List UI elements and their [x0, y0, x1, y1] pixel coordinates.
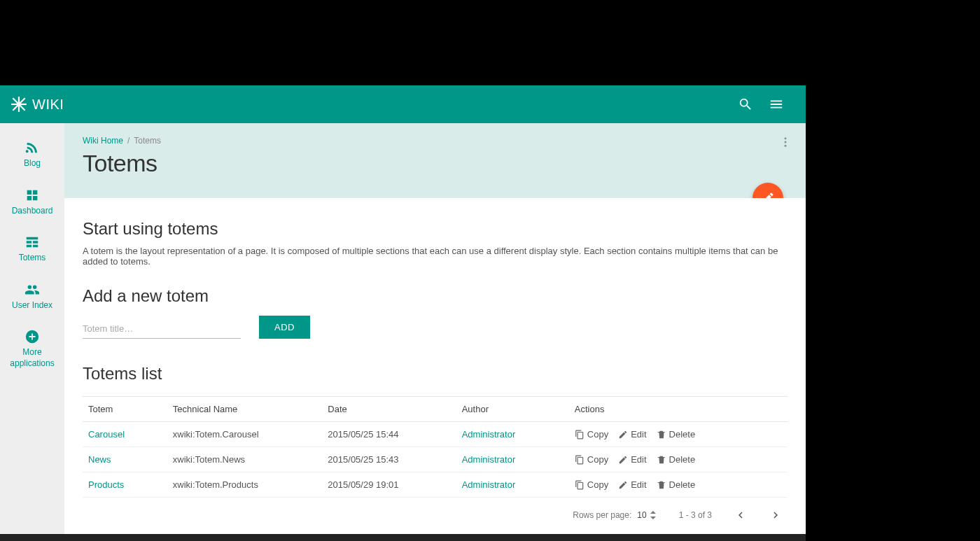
table-row: Newsxwiki:Totem.News2015/05/25 15:43Admi…: [83, 447, 788, 472]
breadcrumb-home[interactable]: Wiki Home: [83, 136, 123, 146]
footer: This wiki is licensed under a Creative C…: [0, 534, 806, 541]
edit-action[interactable]: Edit: [618, 429, 646, 440]
cell-date: 2015/05/25 15:43: [322, 447, 456, 472]
totem-title-input[interactable]: [83, 321, 241, 339]
add-heading: Add a new totem: [83, 286, 788, 306]
xwiki-logo-icon: [10, 95, 28, 113]
sidebar-item-totems[interactable]: Totems: [0, 225, 64, 272]
brand-text: WIKI: [32, 97, 64, 113]
grid-icon: [24, 188, 40, 203]
sidebar-item-blog[interactable]: Blog: [0, 130, 64, 178]
rss-icon: [24, 140, 40, 155]
next-page-button[interactable]: [769, 509, 782, 521]
delete-action[interactable]: Delete: [657, 479, 696, 490]
table-row: Productsxwiki:Totem.Products2015/05/29 1…: [83, 472, 788, 498]
totem-link[interactable]: News: [88, 454, 111, 465]
col-totem: Totem: [83, 397, 167, 422]
sidebar-item-dashboard[interactable]: Dashboard: [0, 178, 64, 225]
delete-action[interactable]: Delete: [657, 454, 696, 465]
page-header: Wiki Home / Totems Totems: [64, 123, 806, 198]
col-actions: Actions: [569, 397, 788, 422]
page-title: Totems: [83, 150, 788, 177]
search-icon: [738, 97, 753, 112]
add-button[interactable]: ADD: [259, 316, 310, 339]
author-link[interactable]: Administrator: [462, 429, 516, 440]
totem-link[interactable]: Carousel: [88, 429, 125, 440]
cell-date: 2015/05/25 15:44: [322, 422, 456, 447]
prev-page-button[interactable]: [734, 509, 747, 521]
table-row: Carouselxwiki:Totem.Carousel2015/05/25 1…: [83, 422, 788, 447]
rows-per-page-select[interactable]: 10: [637, 510, 656, 520]
table-icon: [24, 234, 40, 250]
author-link[interactable]: Administrator: [462, 454, 516, 465]
list-heading: Totems list: [83, 364, 788, 384]
sidebar-item-label: More applications: [3, 347, 62, 369]
cell-tech: xwiki:Totem.News: [167, 447, 323, 472]
totems-table: Totem Technical Name Date Author Actions…: [83, 396, 788, 498]
col-tech: Technical Name: [167, 397, 323, 422]
brand-logo[interactable]: WIKI: [10, 95, 64, 113]
more-vertical-icon: [779, 136, 792, 148]
delete-action[interactable]: Delete: [657, 429, 696, 440]
sidebar-item-label: User Index: [12, 300, 52, 311]
sidebar: Blog Dashboard Totems User Index More ap…: [0, 123, 64, 534]
cell-tech: xwiki:Totem.Carousel: [167, 422, 323, 447]
col-date: Date: [322, 397, 456, 422]
pager-range: 1 - 3 of 3: [679, 510, 712, 520]
copy-action[interactable]: Copy: [575, 454, 608, 465]
svg-point-5: [785, 141, 787, 143]
breadcrumb-current: Totems: [134, 136, 161, 146]
svg-point-4: [785, 137, 787, 139]
sidebar-item-label: Dashboard: [12, 206, 53, 217]
rows-per-page-label: Rows per page:: [573, 510, 631, 520]
cell-date: 2015/05/29 19:01: [322, 472, 456, 498]
cell-tech: xwiki:Totem.Products: [167, 472, 323, 498]
hamburger-icon: [769, 97, 784, 112]
sidebar-item-user-index[interactable]: User Index: [0, 272, 64, 320]
sidebar-item-label: Blog: [24, 158, 41, 169]
svg-point-6: [785, 145, 787, 147]
intro-body: A totem is the layout representation of …: [83, 246, 788, 267]
edit-action[interactable]: Edit: [618, 479, 646, 490]
col-author: Author: [456, 397, 569, 422]
copy-action[interactable]: Copy: [575, 429, 608, 440]
sidebar-item-more-apps[interactable]: More applications: [0, 319, 64, 377]
page-more-button[interactable]: [779, 136, 792, 151]
unfold-icon: [650, 511, 657, 519]
copy-action[interactable]: Copy: [575, 479, 608, 490]
search-button[interactable]: [730, 89, 761, 120]
breadcrumb: Wiki Home / Totems: [83, 136, 788, 146]
users-icon: [24, 282, 40, 297]
sidebar-item-label: Totems: [19, 253, 46, 264]
plus-circle-icon: [24, 329, 40, 344]
totem-link[interactable]: Products: [88, 479, 124, 490]
intro-heading: Start using totems: [83, 219, 788, 239]
author-link[interactable]: Administrator: [462, 479, 516, 490]
menu-button[interactable]: [761, 89, 792, 120]
edit-action[interactable]: Edit: [618, 454, 646, 465]
